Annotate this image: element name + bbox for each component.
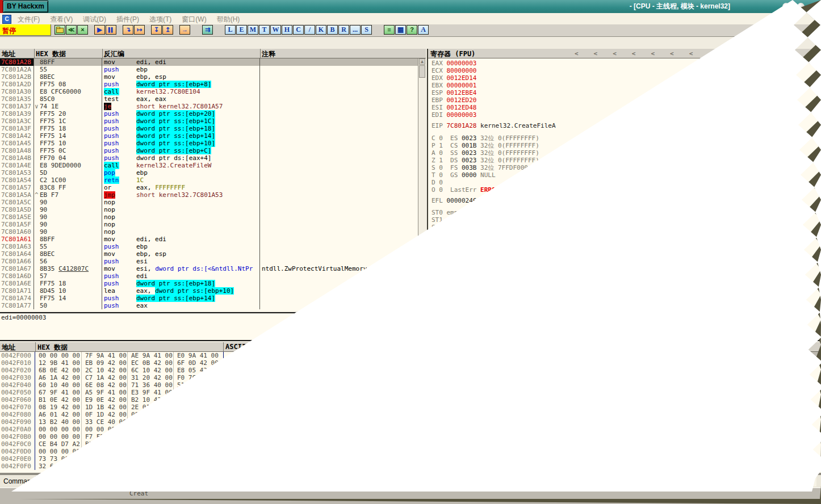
register-line[interactable]: C 0 ES 0023 32位 0(FFFFFFFF) (432, 135, 821, 142)
register-line[interactable]: EAX 00000003 (432, 60, 821, 67)
disasm-row[interactable]: 7C801A39FF75 20pushdword ptr ss:[ebp+20] (0, 110, 418, 117)
stack-row[interactable]: 0012EC0000000000hTemplateFile = NULL (348, 404, 821, 411)
dump-row[interactable]: 0042F04060 10 40 006E 08 42 0071 36 40 0… (0, 381, 339, 389)
scroll-thumb[interactable] (340, 351, 346, 364)
register-line[interactable]: FST 4020 Cond 1 0 0 0 Err 0 0 1 0 0 0 0 … (432, 275, 821, 283)
disasm-row[interactable]: 7C801A5A^EB F7jmpshort kernel32.7C801A53 (0, 191, 418, 199)
disasm-row[interactable]: 7C801A288BFFmovedi, edi (0, 58, 418, 66)
disasm-row[interactable]: 7C801A535Dpopebp (0, 169, 418, 177)
register-line[interactable]: ESI 0012ED48 (432, 104, 821, 111)
letter-button-/[interactable]: / (304, 25, 315, 35)
disasm-row[interactable]: 7C801A54C2 1C00retn1C (0, 177, 418, 184)
trace-over-icon[interactable]: ↥ (162, 25, 173, 35)
letter-button-E[interactable]: E (236, 25, 247, 35)
disasm-row[interactable]: 7C801A4EE8 9DED0000callkernel32.CreateFi… (0, 162, 418, 169)
letter-button-T[interactable]: T (259, 25, 270, 35)
letter-button-C[interactable]: C (293, 25, 304, 35)
register-line[interactable]: EDX 0012ED14 (432, 74, 821, 82)
letter-button-K[interactable]: K (316, 25, 326, 35)
pause-icon[interactable]: ▌▌ (106, 25, 116, 35)
scroll-thumb[interactable] (419, 65, 425, 78)
dump-row[interactable]: 0042F0B000 00 00 00F7 FB 40 0000 00 00 0… (0, 433, 339, 440)
disasm-row[interactable]: 7C801A6EFF75 18pushdword ptr ss:[ebp+18] (0, 280, 418, 287)
register-line[interactable]: EFL 00000246 (NO,NB,E,BE,NS,PE,GE,LE) (432, 197, 821, 204)
step-into-icon[interactable]: ↴ (123, 25, 133, 35)
stack-row[interactable]: 0012EBFC00000080Attributes = NORMAL (348, 396, 821, 404)
register-line[interactable]: P 1 CS 001B 32位 0(FFFFFFFF) (432, 142, 821, 149)
register-line[interactable]: A 0 SS 0023 32位 0(FFFFFFFF) (432, 149, 821, 157)
stack-row[interactable]: 0012EC18BFF7C6F8 (348, 448, 821, 455)
disasm-row[interactable]: 7C801A618BFFmovedi, edi (0, 236, 418, 243)
disasm-row[interactable]: 7C801A3FFF75 18pushdword ptr ss:[ebp+18] (0, 125, 418, 132)
dump-row[interactable]: 0042F060B1 0E 42 00E9 0E 42 00B2 10 42 0… (0, 396, 339, 404)
restart-icon[interactable]: ≪ (66, 25, 77, 35)
disasm-row[interactable]: 7C801A6656pushesi (0, 258, 418, 265)
letter-button-R[interactable]: R (338, 25, 349, 35)
chevron-buttons[interactable]: <<<<<<<<<<< (575, 50, 785, 57)
dump-row[interactable]: 0042F05067 9F 41 00A5 9F 41 00E3 9F 41 0… (0, 389, 339, 396)
disasm-row[interactable]: 7C801A5783C8 FForeax, FFFFFFFF (0, 184, 418, 191)
disasm-row[interactable]: 7C801A2B8BECmovebp, esp (0, 73, 418, 81)
register-line[interactable]: ST6 empty 1.0000000000000000000 (432, 253, 821, 261)
go-to-icon[interactable]: ⇉ (202, 25, 213, 35)
menu-item-0[interactable]: 文件(F) (12, 13, 45, 24)
minimize-button[interactable] (782, 3, 790, 10)
help-icon[interactable]: ? (407, 25, 417, 35)
stack-row[interactable]: 0012EBEC80000000Access = GENERIC_READ (348, 367, 821, 374)
register-line[interactable]: ST7 empty 1.0000000000000000000 (432, 261, 821, 268)
stack-row[interactable]: 0012EC1CCCBD5CE2 (348, 455, 821, 463)
dump-row[interactable]: 0042F0F032 64 20 4265 74 61 2564 20 42 7… (0, 463, 339, 470)
close-icon[interactable]: × (77, 25, 88, 35)
scroll-up-icon[interactable]: ▲ (419, 58, 425, 65)
stack-row[interactable]: 0012EC10BA5C3A47 (348, 433, 821, 440)
dump-row[interactable]: 0042F00000 00 00 007F 9A 41 00AE 9A 41 0… (0, 352, 339, 359)
title-bar[interactable]: BY Hackxm - [CPU - 主线程, 模块 - kernel32] (0, 0, 821, 13)
scroll-down-icon[interactable]: ▼ (340, 465, 346, 472)
register-line[interactable]: D 0 (432, 179, 821, 186)
register-line[interactable]: EIP 7C801A28 kernel32.CreateFileA (432, 122, 821, 129)
disasm-row[interactable]: 7C801A42FF75 14pushdword ptr ss:[ebp+14] (0, 132, 418, 140)
stack-row[interactable]: 0012EC20CC5CCCB3 (348, 463, 821, 470)
register-line[interactable]: S 0 FS 003B 32位 7FFDF000(FFF) (432, 164, 821, 171)
menu-item-1[interactable]: 查看(V) (45, 13, 78, 24)
disasm-row[interactable]: 7C801A5E90nop (0, 213, 418, 221)
dump-row[interactable]: 0042F0A000 00 00 0000 00 00 001B 1C 41 0… (0, 426, 339, 433)
menu-item-4[interactable]: 选项(T) (144, 13, 177, 24)
menu-item-3[interactable]: 插件(P) (111, 13, 144, 24)
stack-row[interactable]: 0012EBF800000003Mode = OPEN_EXISTING (348, 389, 821, 396)
stack-pane[interactable]: 0012EBE400F1A14CCALL 到 CreateFileA 来自 no… (347, 352, 821, 473)
menu-item-6[interactable]: 帮助(H) (212, 13, 245, 24)
disasm-row[interactable]: 7C801A5D90nop (0, 206, 418, 213)
dump-row[interactable]: 0042F01012 9B 41 00EB 09 42 00EC 0B 42 0… (0, 359, 339, 367)
disasm-row[interactable]: 7C801A45FF75 10pushdword ptr ss:[ebp+10] (0, 140, 418, 147)
stack-row[interactable]: 0012EBF000000003ShareMode = FILE_SHARE_R… (348, 374, 821, 381)
disasm-scrollbar[interactable]: ▲ ▼ (418, 58, 426, 311)
disasm-row[interactable]: 7C801A648BECmovebp, esp (0, 250, 418, 258)
dump-row[interactable]: 0042F0E073 73 00 0051 51 54 616E 67 20 2… (0, 455, 339, 463)
register-line[interactable]: EBP 0012ED20 (432, 96, 821, 104)
dump-row[interactable]: 0042F09013 B2 40 0033 CE 40 0073 1B 41 0… (0, 418, 339, 426)
stack-row[interactable]: 0012EC14B1CDBFDA (348, 440, 821, 448)
mdi-child-icon[interactable]: C (2, 15, 11, 24)
open-file-icon[interactable] (55, 25, 65, 35)
register-line[interactable]: FCW 027F Prec NEAR,53 掩码 1 1 1 1 1 1 (432, 283, 821, 290)
stack-row[interactable]: 0012EC0C00000000 (348, 426, 821, 433)
close-button[interactable] (797, 3, 805, 10)
letter-button-B[interactable]: B (327, 25, 338, 35)
dump-scrollbar[interactable]: ▲ ▼ (339, 342, 347, 473)
execute-till-return-icon[interactable]: → (179, 25, 190, 35)
disasm-pane[interactable]: 7C801A288BFFmovedi, edi7C801A2A55pushebp… (0, 58, 418, 311)
register-line[interactable]: ST4 empty 154.21634620881510400 (432, 238, 821, 246)
register-line[interactable]: ST5 empty 1.0000000000000000000 (432, 246, 821, 253)
disasm-row[interactable]: 7C801A48FF75 0Cpushdword ptr ss:[ebp+C] (0, 147, 418, 154)
dump-row[interactable]: 0042F07008 19 42 001D 1B 42 002E 01 42 0… (0, 404, 339, 411)
scroll-down-icon[interactable]: ▼ (419, 305, 425, 311)
letter-button-H[interactable]: H (282, 25, 292, 35)
disasm-row[interactable]: 7C801A3585C0testeax, eax (0, 95, 418, 103)
stack-row[interactable]: 0012EC040012EDA2 (348, 411, 821, 418)
register-line[interactable]: 3 2 1 0 E S P U O Z D I (432, 268, 821, 275)
trace-into-icon[interactable]: ↧ (151, 25, 162, 35)
letter-button-W[interactable]: W (270, 25, 281, 35)
register-line[interactable]: ST1 empty 11.761306446192309760 (432, 216, 821, 224)
registers-pane[interactable]: 寄存器 (FPU) <<<<<<<<<<< EAX 00000003ECX 80… (427, 49, 821, 311)
